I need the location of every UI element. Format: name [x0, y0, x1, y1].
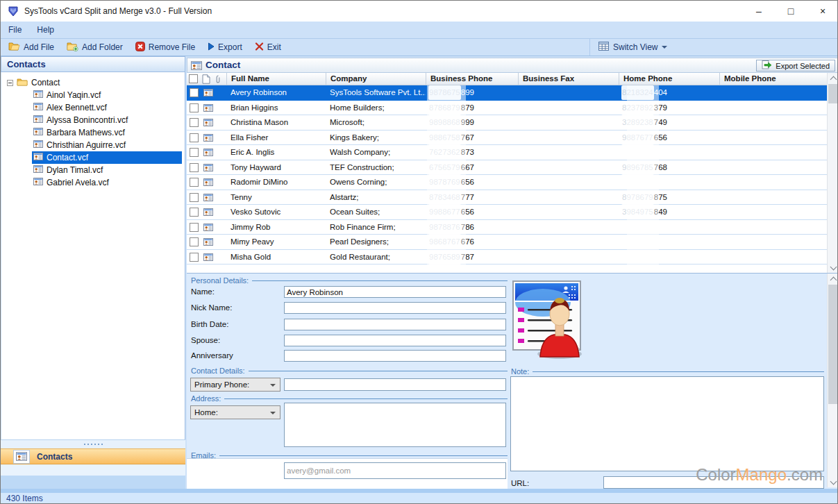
menu-help[interactable]: Help	[29, 22, 62, 38]
column-header-business-phone[interactable]: Business Phone	[426, 73, 518, 85]
table-header: Full NameCompanyBusiness PhoneBusiness F…	[187, 73, 827, 85]
row-checkbox[interactable]	[190, 223, 199, 232]
exit-button[interactable]: Exit	[249, 39, 287, 56]
scroll-down-icon[interactable]	[828, 262, 838, 273]
column-header-mobile-phone[interactable]: Mobile Phone	[719, 73, 827, 85]
birth-date-field[interactable]	[284, 319, 506, 330]
column-header-business-fax[interactable]: Business Fax	[518, 73, 619, 85]
anniversary-field[interactable]	[284, 350, 506, 362]
menu-file[interactable]: File	[1, 22, 29, 38]
cell-home-phone: 8218324404	[621, 85, 719, 100]
email-field[interactable]	[284, 462, 506, 479]
spouse-field[interactable]	[284, 335, 506, 346]
maximize-button[interactable]: □	[775, 1, 807, 22]
table-row[interactable]: Ella Fisher Kings Bakery; 9886758767 988…	[187, 131, 827, 146]
row-checkbox[interactable]	[190, 88, 199, 97]
table-row[interactable]: Tenny Alstartz; 8783468777 8978679875	[187, 190, 827, 205]
vcard-icon	[203, 149, 213, 158]
url-field[interactable]	[603, 476, 824, 489]
cell-business-phone: 7627362873	[428, 145, 518, 160]
export-selected-button[interactable]: Export Selected	[756, 60, 835, 72]
table-row[interactable]: Jimmy Rob Rob Finance Firm; 9878876786	[187, 220, 827, 235]
remove-file-button[interactable]: Remove File	[129, 39, 201, 56]
cell-company: Pearl Designers;	[330, 235, 426, 249]
tree-item-vcf[interactable]: Christhian Aguirre.vcf	[32, 139, 185, 151]
row-checkbox[interactable]	[190, 253, 199, 262]
row-checkbox[interactable]	[190, 118, 199, 127]
cell-company: Home Builders;	[330, 101, 426, 115]
table-row[interactable]: Eric A. Inglis Walsh Company; 7627362873	[187, 145, 827, 160]
table-row[interactable]: Mimy Peavy Pearl Designers; 9868767676	[187, 235, 827, 250]
table-row[interactable]: Christina Mason Microsoft; 9898868999 32…	[187, 115, 827, 131]
select-all-checkbox[interactable]	[189, 74, 198, 83]
menu-bar: FileHelp	[1, 22, 838, 38]
remove-file-label: Remove File	[149, 42, 195, 52]
tree-item-vcf[interactable]: Barbara Mathews.vcf	[32, 126, 185, 139]
table-row[interactable]: Vesko Sutovic Ocean Suites; 9988677656 3…	[187, 205, 827, 220]
column-header-home-phone[interactable]: Home Phone	[619, 73, 719, 85]
switch-view-icon	[598, 42, 609, 53]
name-field[interactable]	[284, 286, 506, 298]
phone-value-field[interactable]	[284, 378, 506, 391]
column-header-company[interactable]: Company	[326, 73, 426, 85]
switch-view-button[interactable]: Switch View	[589, 39, 676, 56]
tree-item-vcf[interactable]: Dylan Timal.vcf	[32, 164, 185, 176]
add-folder-button[interactable]: Add Folder	[60, 39, 129, 56]
note-field[interactable]	[510, 376, 824, 471]
vcard-icon	[33, 90, 43, 100]
add-file-button[interactable]: Add File	[2, 39, 60, 56]
row-checkbox[interactable]	[190, 237, 199, 246]
details-panel: Personal Details: Name: Nick Name: Birth…	[187, 273, 838, 489]
tree-item-vcf[interactable]: Contact.vcf	[32, 151, 182, 164]
tree-item-vcf[interactable]: Alex Bennett.vcf	[32, 101, 185, 114]
tree-root-contact[interactable]: Contact	[1, 76, 185, 89]
close-button[interactable]: ×	[807, 1, 838, 22]
url-label: URL:	[511, 479, 529, 487]
row-checkbox[interactable]	[190, 133, 199, 142]
toolbar: Add FileAdd FolderRemove FileExportExit …	[1, 38, 838, 56]
row-checkbox[interactable]	[190, 163, 199, 172]
cell-business-phone: 6756579667	[428, 160, 518, 175]
cell-full-name: Misha Gold	[231, 250, 326, 264]
paperclip-icon	[215, 74, 221, 86]
scroll-up-icon[interactable]	[828, 274, 838, 284]
address-field[interactable]	[284, 403, 506, 447]
details-scrollbar[interactable]	[827, 274, 838, 487]
minimize-button[interactable]: –	[743, 1, 775, 22]
cell-home-phone: 8237892379	[621, 101, 719, 115]
nick-name-field[interactable]	[284, 302, 506, 314]
nav-contacts-button[interactable]: Contacts	[1, 448, 185, 464]
add-folder-label: Add Folder	[82, 42, 123, 52]
contacts-panel-title: Contacts	[7, 57, 46, 72]
scroll-up-icon[interactable]	[828, 73, 838, 83]
row-checkbox[interactable]	[190, 103, 199, 112]
table-row[interactable]: Tony Hayward TEF Construction; 675657966…	[187, 160, 827, 176]
table-scrollbar[interactable]	[827, 73, 838, 273]
panel-splitter-handle[interactable]	[1, 439, 185, 448]
scrollbar-thumb[interactable]	[828, 285, 838, 404]
export-button[interactable]: Export	[201, 39, 249, 56]
row-checkbox[interactable]	[190, 208, 199, 217]
row-checkbox[interactable]	[190, 193, 199, 202]
personal-details-title: Personal Details:	[191, 276, 249, 285]
tree-collapse-icon[interactable]	[7, 80, 13, 86]
row-checkbox[interactable]	[190, 148, 199, 157]
content-title: Contact	[206, 58, 240, 72]
table-row[interactable]: Avery Robinson SysTools Software Pvt. Lt…	[187, 85, 827, 101]
tree-item-vcf[interactable]: Gabriel Avela.vcf	[32, 176, 185, 189]
cell-business-phone: 9878675899	[428, 85, 518, 100]
table-row[interactable]: Misha Gold Gold Restaurant; 9876589787	[187, 250, 827, 265]
scrollbar-thumb[interactable]	[828, 84, 838, 103]
tree-item-vcf[interactable]: Alyssa Bonincontri.vcf	[32, 114, 185, 126]
table-row[interactable]: Radomir DiMino Owens Corning; 9878769656	[187, 175, 827, 190]
table-row[interactable]: Brian Higgins Home Builders; 8786879879 …	[187, 101, 827, 116]
phone-type-dropdown[interactable]: Primary Phone:	[190, 378, 280, 392]
column-header-full-name[interactable]: Full Name	[226, 73, 326, 85]
tree-item-vcf[interactable]: Ainol Yaqin.vcf	[32, 89, 185, 101]
toolbar-buttons: Add FileAdd FolderRemove FileExportExit	[1, 39, 287, 56]
address-type-dropdown[interactable]: Home:	[190, 405, 280, 419]
vcard-icon	[203, 208, 213, 218]
cell-company: Kings Bakery;	[330, 131, 426, 145]
row-checkbox[interactable]	[190, 178, 199, 187]
scroll-down-icon[interactable]	[828, 477, 838, 487]
